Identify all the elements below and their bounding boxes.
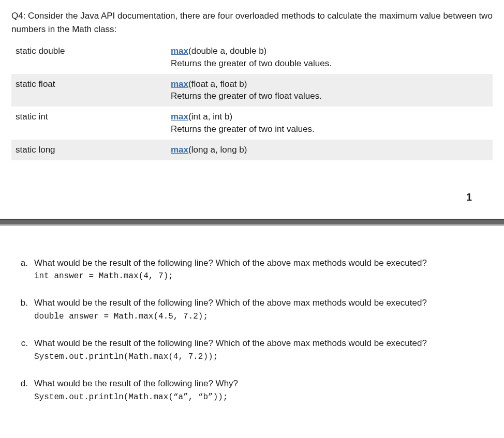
modifier-cell: static int	[11, 107, 167, 140]
question-intro: Q4: Consider the Java API documentation,…	[11, 9, 493, 36]
modifier-cell: static float	[11, 74, 167, 107]
list-item: d. What would be the result of the follo…	[11, 377, 493, 403]
item-question: What would be the result of the followin…	[34, 337, 493, 350]
method-cell: max(int a, int b) Returns the greater of…	[167, 107, 493, 140]
method-params: (double a, double b)	[188, 46, 266, 56]
item-code: int answer = Math.max(4, 7);	[34, 270, 493, 282]
item-code: double answer = Math.max(4.5, 7.2);	[34, 311, 493, 323]
page-separator	[0, 219, 504, 226]
item-question: What would be the result of the followin…	[34, 377, 493, 390]
table-row: static int max(int a, int b) Returns the…	[11, 107, 493, 140]
method-description: Returns the greater of two int values.	[171, 124, 315, 134]
method-link[interactable]: max	[171, 112, 188, 122]
item-code: System.out.println(Math.max(4, 7.2));	[34, 351, 493, 363]
method-params: (float a, float b)	[188, 79, 247, 89]
modifier-cell: static long	[11, 140, 167, 160]
method-description: Returns the greater of two float values.	[171, 91, 322, 101]
item-marker: c.	[11, 337, 34, 363]
method-link[interactable]: max	[171, 46, 188, 56]
table-row: static float max(float a, float b) Retur…	[11, 74, 493, 107]
page-number: 1	[11, 160, 493, 219]
table-row: static double max(double a, double b) Re…	[11, 41, 493, 74]
method-cell: max(double a, double b) Returns the grea…	[167, 41, 493, 74]
item-code: System.out.println(Math.max(“a”, “b”));	[34, 391, 493, 403]
list-item: a. What would be the result of the follo…	[11, 257, 493, 283]
item-question: What would be the result of the followin…	[34, 297, 493, 310]
sub-question-list: a. What would be the result of the follo…	[11, 257, 493, 403]
method-params: (int a, int b)	[188, 112, 232, 122]
item-marker: a.	[11, 257, 34, 283]
item-marker: b.	[11, 297, 34, 323]
table-row: static long max(long a, long b)	[11, 140, 493, 160]
method-link[interactable]: max	[171, 145, 188, 155]
method-params: (long a, long b)	[188, 145, 247, 155]
api-methods-table: static double max(double a, double b) Re…	[11, 41, 493, 160]
method-description: Returns the greater of two double values…	[171, 58, 332, 68]
item-marker: d.	[11, 377, 34, 403]
method-cell: max(long a, long b)	[167, 140, 493, 160]
modifier-cell: static double	[11, 41, 167, 74]
list-item: c. What would be the result of the follo…	[11, 337, 493, 363]
list-item: b. What would be the result of the follo…	[11, 297, 493, 323]
method-cell: max(float a, float b) Returns the greate…	[167, 74, 493, 107]
item-question: What would be the result of the followin…	[34, 257, 493, 270]
method-link[interactable]: max	[171, 79, 188, 89]
